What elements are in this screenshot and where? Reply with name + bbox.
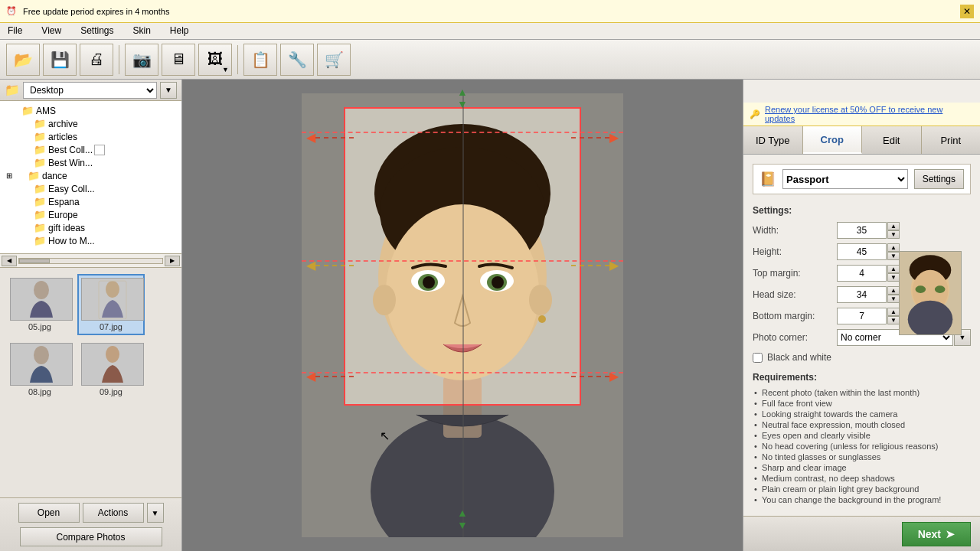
menu-file[interactable]: File xyxy=(4,24,26,37)
next-arrow-icon: ➤ xyxy=(946,528,955,540)
top-margin-spinners: ▲ ▼ xyxy=(887,265,900,282)
next-label: Next xyxy=(918,528,941,540)
actions-arrow-button[interactable]: ▼ xyxy=(147,503,164,523)
req-item-9: Medium contrast, no deep shadows xyxy=(753,473,971,484)
menu-view[interactable]: View xyxy=(38,24,65,37)
bottom-margin-input[interactable] xyxy=(837,308,887,324)
width-input[interactable] xyxy=(837,222,887,239)
requirements-section: Requirements: Recent photo (taken within… xyxy=(753,372,971,505)
actions-button[interactable]: Actions xyxy=(83,503,144,523)
tree-item[interactable]: 📁 archive xyxy=(0,117,181,130)
top-margin-increment[interactable]: ▲ xyxy=(887,265,900,273)
next-button[interactable]: Next ➤ xyxy=(902,522,971,546)
screen-capture-button[interactable]: 🖥 xyxy=(162,44,195,76)
scroll-left-btn[interactable]: ◀ xyxy=(2,256,17,266)
svg-point-4 xyxy=(106,346,119,363)
photo-print-button[interactable]: 🖼 ▼ xyxy=(198,44,232,76)
tree-item[interactable]: 📁 Espana xyxy=(0,195,181,208)
tree-item[interactable]: ⊞ 📁 dance xyxy=(0,169,181,182)
thumbnail-09[interactable]: 09.jpg xyxy=(77,339,145,400)
thumb-label-08: 08.jpg xyxy=(10,387,70,396)
folder-dropdown-arrow[interactable]: ▼ xyxy=(160,82,177,99)
bottom-margin-increment[interactable]: ▲ xyxy=(887,308,900,316)
photo-corner-label: Photo corner: xyxy=(753,332,837,343)
top-arrow-up[interactable]: ▲ xyxy=(457,86,468,98)
main-layout: 📁 Desktop ▼ 📁 AMS 📁 archive 📁 articles xyxy=(0,80,980,551)
tree-item[interactable]: 📁 Best Coll... xyxy=(0,143,181,156)
svg-point-25 xyxy=(915,285,926,293)
width-increment[interactable]: ▲ xyxy=(887,222,900,230)
tree-item[interactable]: 📁 articles xyxy=(0,130,181,143)
right-handle-mid[interactable]: ▶ xyxy=(571,258,619,272)
left-handle-low[interactable]: ◀ xyxy=(306,369,354,383)
notification-close-button[interactable]: ✕ xyxy=(960,5,974,18)
menu-help[interactable]: Help xyxy=(166,24,193,37)
tools-button[interactable]: 🔧 xyxy=(280,44,314,76)
tab-id-type[interactable]: ID Type xyxy=(743,126,803,154)
tree-item[interactable]: 📁 How to M... xyxy=(0,234,181,247)
width-decrement[interactable]: ▼ xyxy=(887,230,900,239)
requirements-label: Requirements: xyxy=(753,372,971,383)
print-button[interactable]: 🖨 xyxy=(80,44,113,76)
folder-icon: 📁 xyxy=(5,83,20,97)
passport-select[interactable]: Passport xyxy=(782,169,908,189)
head-size-input[interactable] xyxy=(837,286,887,303)
tabs: ID Type Crop Edit Print xyxy=(743,126,980,155)
tab-print[interactable]: Print xyxy=(922,126,981,154)
camera-button[interactable]: 📷 xyxy=(125,44,158,76)
tree-item[interactable]: 📁 Europe xyxy=(0,208,181,221)
batch-button[interactable]: 📋 xyxy=(243,44,277,76)
head-size-increment[interactable]: ▲ xyxy=(887,286,900,295)
top-margin-decrement[interactable]: ▼ xyxy=(887,273,900,282)
menu-settings[interactable]: Settings xyxy=(77,24,117,37)
scroll-right-btn[interactable]: ▶ xyxy=(165,256,180,266)
folder-dropdown[interactable]: Desktop xyxy=(23,82,157,99)
scroll-track[interactable] xyxy=(18,258,163,264)
bottom-arrow-up[interactable]: ▲ xyxy=(457,507,468,519)
cart-button[interactable]: 🛒 xyxy=(317,44,351,76)
height-decrement[interactable]: ▼ xyxy=(887,252,900,260)
svg-point-1 xyxy=(106,281,119,298)
width-row: Width: ▲ ▼ xyxy=(753,222,971,239)
bottom-margin-decrement[interactable]: ▼ xyxy=(887,316,900,324)
tree-item[interactable]: 📁 AMS xyxy=(0,104,181,117)
height-increment[interactable]: ▲ xyxy=(887,243,900,252)
menu-skin[interactable]: Skin xyxy=(129,24,155,37)
file-tree[interactable]: 📁 AMS 📁 archive 📁 articles 📁 Best Coll..… xyxy=(0,101,181,254)
thumbnail-07[interactable]: 07.jpg xyxy=(77,274,145,335)
top-margin-input[interactable] xyxy=(837,265,887,282)
scroll-thumb[interactable] xyxy=(19,259,50,263)
settings-button[interactable]: Settings xyxy=(914,169,964,189)
passport-icon: 📔 xyxy=(760,171,776,187)
compare-photos-button[interactable]: Compare Photos xyxy=(20,527,162,546)
left-handle-mid[interactable]: ◀ xyxy=(306,258,354,272)
right-handle-top[interactable]: ▶ xyxy=(571,130,619,145)
bw-label[interactable]: Black and white xyxy=(767,352,831,363)
top-arrow-down[interactable]: ▼ xyxy=(457,98,468,110)
save-button[interactable]: 💾 xyxy=(43,44,77,76)
thumbnail-area: 05.jpg 07.jpg xyxy=(0,268,181,497)
tab-crop[interactable]: Crop xyxy=(803,126,863,154)
tree-item-gift-ideas[interactable]: 📁 gift ideas xyxy=(0,221,181,234)
renew-link[interactable]: Renew your license at 50% OFF to receive… xyxy=(765,105,974,123)
open-file-button[interactable]: 📂 xyxy=(6,44,40,76)
thumbnail-05[interactable]: 05.jpg xyxy=(6,274,74,335)
head-size-decrement[interactable]: ▼ xyxy=(887,295,900,303)
bottom-arrow-down[interactable]: ▼ xyxy=(457,519,468,531)
left-handle-top[interactable]: ◀ xyxy=(306,130,354,145)
open-button[interactable]: Open xyxy=(18,503,80,523)
notification-text: Free update period expires in 4 months xyxy=(23,7,169,16)
svg-point-3 xyxy=(34,346,49,364)
tree-scrollbar[interactable]: ◀ ▶ xyxy=(0,254,181,268)
thumbnail-08[interactable]: 08.jpg xyxy=(6,339,74,400)
thumb-label-07: 07.jpg xyxy=(81,322,141,331)
tab-edit[interactable]: Edit xyxy=(862,126,922,154)
head-size-label: Head size: xyxy=(753,289,837,300)
right-handle-low[interactable]: ▶ xyxy=(571,369,619,383)
req-item-8: Sharp and clear image xyxy=(753,462,971,473)
tree-item[interactable]: 📁 Easy Coll... xyxy=(0,182,181,195)
tree-item[interactable]: 📁 Best Win... xyxy=(0,156,181,169)
bw-checkbox[interactable] xyxy=(753,353,763,363)
height-input[interactable] xyxy=(837,243,887,260)
settings-section: Settings: Width: xyxy=(753,205,971,324)
